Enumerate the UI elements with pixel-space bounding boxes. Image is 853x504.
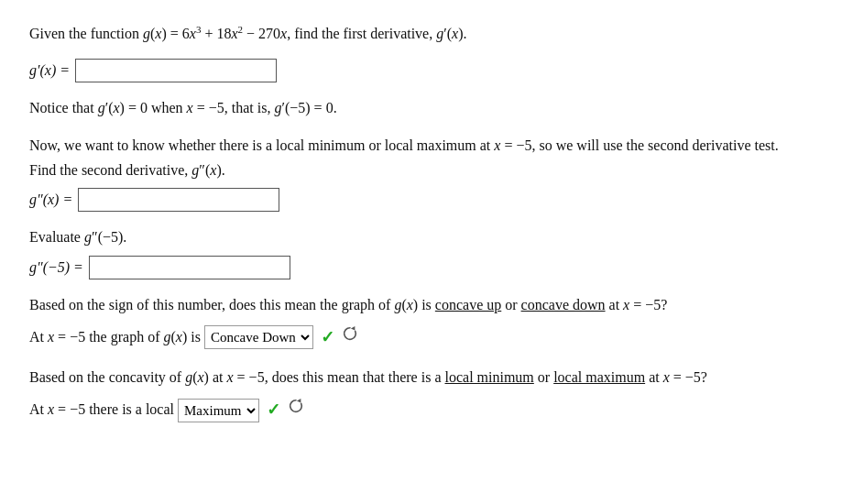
extrema-question-text: Based on the concavity of g(x) at x = −5… bbox=[29, 365, 824, 389]
evaluate-row: g″(−5) = bbox=[29, 256, 824, 279]
svg-marker-1 bbox=[297, 399, 301, 403]
concavity-section: Based on the sign of this number, does t… bbox=[29, 292, 824, 353]
extrema-select[interactable]: Maximum Minimum bbox=[178, 399, 259, 422]
extrema-check-icon: ✓ bbox=[267, 395, 280, 424]
concavity-question-text: Based on the sign of this number, does t… bbox=[29, 292, 824, 317]
evaluate-input[interactable] bbox=[89, 256, 290, 279]
concavity-answer-row: At x = −5 the graph of g(x) is Concave D… bbox=[29, 323, 824, 352]
second-derivative-input[interactable] bbox=[78, 188, 279, 212]
concavity-retry-icon[interactable] bbox=[342, 324, 358, 351]
second-derivative-intro: Now, we want to know whether there is a … bbox=[29, 133, 824, 182]
first-derivative-label: g′(x) = bbox=[29, 62, 70, 79]
evaluate-label: Evaluate g″(−5). bbox=[29, 225, 824, 249]
svg-marker-0 bbox=[351, 326, 355, 331]
first-derivative-row: g′(x) = bbox=[29, 59, 824, 82]
concavity-select[interactable]: Concave Down Concave Up bbox=[204, 325, 313, 349]
evaluate-section: Evaluate g″(−5). g″(−5) = bbox=[29, 225, 824, 279]
concavity-answer-prefix: At x = −5 the graph of g(x) is bbox=[29, 324, 201, 351]
extrema-section: Based on the concavity of g(x) at x = −5… bbox=[29, 365, 824, 425]
notice-text: Notice that g′(x) = 0 when x = −5, that … bbox=[29, 95, 824, 120]
second-derivative-label: g″(x) = bbox=[29, 192, 72, 208]
second-derivative-row: g″(x) = bbox=[29, 188, 824, 212]
extrema-answer-row: At x = −5 there is a local Maximum Minim… bbox=[29, 395, 824, 424]
extrema-retry-icon[interactable] bbox=[288, 397, 304, 423]
problem-statement: Given the function g(x) = 6x3 + 18x2 − 2… bbox=[29, 22, 824, 46]
evaluate-input-label: g″(−5) = bbox=[29, 259, 83, 276]
first-derivative-input[interactable] bbox=[75, 59, 277, 82]
concavity-check-icon: ✓ bbox=[321, 323, 334, 352]
extrema-answer-prefix: At x = −5 there is a local bbox=[29, 397, 174, 423]
